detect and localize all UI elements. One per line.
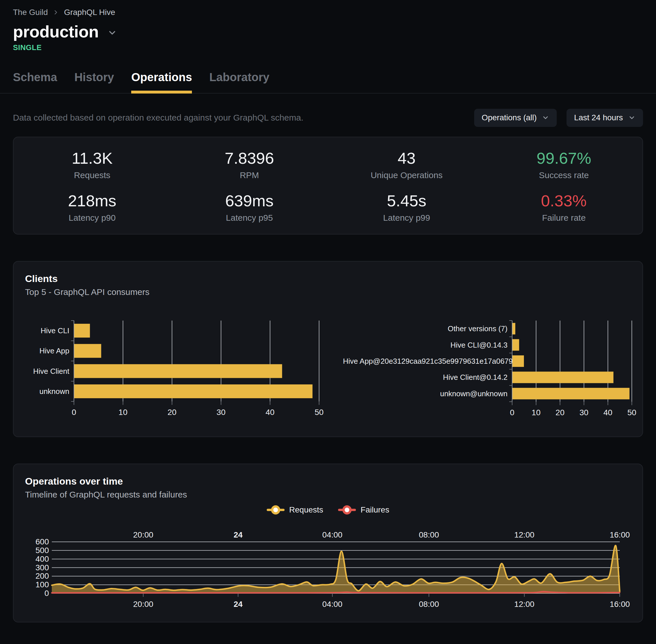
time-label-top: 08:00 [409, 530, 449, 539]
clients-panel: Clients Top 5 - GraphQL API consumers Hi… [13, 261, 643, 437]
tab-operations[interactable]: Operations [131, 67, 192, 93]
stat-success-rate: 99.67% Success rate [485, 143, 643, 186]
category-label: Hive Client@0.14.2 [343, 373, 508, 382]
clients-by-name-chart: Hive CLIHive AppHive Clientunknown010203… [25, 321, 331, 417]
requests-area [52, 546, 620, 593]
chevron-down-icon [542, 114, 549, 121]
tick-label: 30 [209, 408, 233, 417]
operations-timeline-chart: 20:0020:00242404:0004:0008:0008:0012:001… [35, 530, 632, 611]
stat-latency-p90: 218ms Latency p90 [14, 186, 171, 228]
controls-row: Data collected based on operation execut… [13, 109, 643, 127]
time-label-top: 12:00 [504, 530, 544, 539]
category-label: Other versions (7) [343, 324, 508, 333]
category-label: Hive Client [25, 367, 69, 376]
bar [74, 385, 312, 398]
stat-latency-p99: 5.45s Latency p99 [328, 186, 485, 228]
y-axis-label: 600 [35, 537, 49, 546]
clients-subtitle: Top 5 - GraphQL API consumers [14, 284, 642, 297]
time-label-top: 24 [218, 530, 258, 539]
clients-title: Clients [14, 261, 642, 284]
legend-requests[interactable]: Requests [267, 505, 323, 514]
bar [512, 371, 613, 383]
stat-rpm: 7.8396 RPM [171, 143, 328, 186]
time-label-bottom: 16:00 [600, 600, 640, 609]
y-axis-label: 500 [35, 546, 49, 555]
time-label-top: 04:00 [312, 530, 352, 539]
category-label: Hive CLI [25, 326, 69, 335]
time-label-bottom: 12:00 [504, 600, 544, 609]
operations-over-time-panel: Operations over time Timeline of GraphQL… [13, 464, 643, 622]
y-axis-label: 400 [35, 555, 49, 564]
tab-bar: Schema History Operations Laboratory [0, 67, 656, 93]
page-title: production [13, 22, 99, 41]
chevron-down-icon [628, 114, 636, 121]
bar [512, 388, 630, 399]
category-label: Hive CLI@0.14.3 [343, 340, 508, 350]
bar [512, 339, 519, 351]
y-axis-label: 200 [35, 572, 49, 580]
timeline-legend: Requests Failures [14, 505, 642, 514]
tick-label: 10 [111, 408, 134, 417]
category-label: Hive App [25, 346, 69, 355]
time-label-top: 16:00 [600, 530, 640, 539]
tick-label: 40 [259, 408, 282, 417]
tick-label: 10 [524, 408, 547, 417]
breadcrumb-project[interactable]: GraphQL Hive [64, 8, 115, 17]
operations-dashboard: The Guild GraphQL Hive production SINGLE… [0, 0, 656, 644]
tick-label: 20 [548, 408, 571, 417]
tick-label: 40 [596, 408, 619, 417]
y-axis-label: 300 [35, 564, 49, 572]
requests-marker-icon [267, 509, 285, 511]
tab-schema[interactable]: Schema [13, 67, 57, 93]
breadcrumb: The Guild GraphQL Hive [13, 8, 643, 17]
bar [74, 364, 282, 378]
category-label: Hive App@20e3129caa921c35e9979631e17a067… [343, 356, 508, 366]
stat-requests: 11.3K Requests [14, 143, 171, 186]
tick-label: 50 [308, 408, 331, 417]
operations-over-time-title: Operations over time [14, 464, 642, 487]
bar [74, 324, 90, 338]
tick-label: 0 [501, 408, 524, 417]
tab-laboratory[interactable]: Laboratory [209, 67, 269, 93]
category-label: unknown@unknown [343, 389, 508, 398]
failures-marker-icon [338, 509, 356, 511]
bar [74, 344, 101, 358]
tick-label: 20 [161, 408, 184, 417]
time-range-dropdown[interactable]: Last 24 hours [566, 109, 643, 127]
time-label-top: 20:00 [123, 530, 163, 539]
y-axis-label: 100 [35, 580, 49, 589]
stat-failure-rate: 0.33% Failure rate [485, 186, 643, 228]
target-selector[interactable]: production [13, 20, 643, 43]
tick-label: 0 [63, 408, 86, 417]
time-label-bottom: 04:00 [312, 600, 352, 609]
stats-panel: 11.3K Requests 7.8396 RPM 43 Unique Oper… [13, 137, 643, 234]
clients-by-version-chart: Other versions (7)Hive CLI@0.14.3Hive Ap… [343, 321, 643, 417]
time-range-value: Last 24 hours [574, 113, 623, 122]
description-text: Data collected based on operation execut… [13, 113, 304, 122]
bar [512, 323, 515, 335]
time-label-bottom: 08:00 [409, 600, 449, 609]
time-label-bottom: 24 [218, 600, 258, 609]
stat-unique-operations: 43 Unique Operations [328, 143, 485, 186]
breadcrumb-org[interactable]: The Guild [13, 8, 48, 17]
operations-over-time-subtitle: Timeline of GraphQL requests and failure… [14, 487, 642, 500]
operations-filter-dropdown[interactable]: Operations (all) [474, 109, 557, 127]
operations-filter-value: Operations (all) [482, 113, 537, 122]
stat-latency-p95: 639ms Latency p95 [171, 186, 328, 228]
tab-history[interactable]: History [74, 67, 114, 93]
chevron-down-icon [107, 28, 117, 38]
time-label-bottom: 20:00 [123, 600, 163, 609]
tick-label: 30 [572, 408, 595, 417]
bar [512, 355, 524, 367]
chevron-right-icon [52, 9, 59, 16]
y-axis-label: 0 [35, 589, 49, 598]
tick-label: 50 [620, 408, 643, 417]
category-label: unknown [25, 387, 69, 396]
legend-failures[interactable]: Failures [338, 505, 389, 514]
status-badge: SINGLE [13, 43, 643, 52]
